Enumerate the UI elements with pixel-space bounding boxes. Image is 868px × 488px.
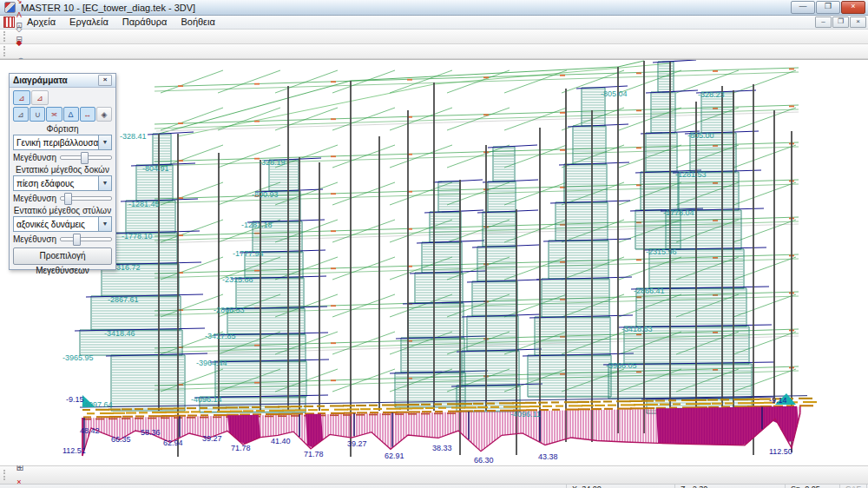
restore-button[interactable]: ❐ [816, 1, 840, 14]
diagram-value-label: 71.78 [304, 451, 324, 458]
diagram-value-label: 39.27 [202, 435, 222, 443]
diagram-value-label: 112.51 [62, 447, 86, 455]
palette-close-icon[interactable]: × [98, 75, 112, 86]
diagram-value-label: -1778.10 [122, 233, 153, 241]
magnify-slider-1[interactable] [60, 155, 112, 160]
menu-boetheia[interactable]: Βοήθεια [174, 16, 221, 29]
diagram-value-label: 112.50 [769, 448, 792, 456]
window-title: MASTER 10 - [EC_tower_diag.tek - 3DV] [21, 3, 195, 13]
status-snap-value: Sn=0.05 [786, 485, 840, 488]
menu-bar: Αρχεία Εργαλεία Παράθυρα Βοήθεια – ❐ × [0, 16, 868, 30]
status-caps-indicator: CAF [840, 485, 867, 488]
diagram-value-label: -328.23 [698, 91, 725, 99]
toolbar-grip[interactable] [3, 31, 9, 42]
toolbar-row-1: □▤▦C⊞▤▧▽/≡≡#/○∩Aα↔B≈KT⊡⊟⊠▨°M▼▽∑▦◫▤3D◪∠∟✂… [0, 30, 868, 44]
toolbar-row-2: ↖⊿□▣▤▦ΛΛΛΦ19⊥ΔΦ2↘Λ◇◆⌂⌂⌂⌂□◈▬▬▬▬▬←→↑↓▤ [0, 44, 868, 59]
magnify-label-2: Μεγέθυνση [13, 194, 56, 203]
diagram-value-label: -1777.94 [233, 250, 264, 258]
diagram-value-label: 41.40 [271, 438, 291, 445]
palette-diagram-row: ⊿∪≍Δ↔◈ [13, 107, 112, 122]
diagram-value-label: -3417.85 [205, 333, 236, 340]
doc-restore-button[interactable]: ❐ [832, 16, 849, 28]
diagram-value-label: -804.91 [142, 165, 169, 173]
drawing-canvas[interactable]: -328.41-804.91-1281.45-1778.10-2316.72-2… [0, 59, 868, 465]
column-diagram-toggle-button[interactable]: ⊿ [31, 90, 49, 105]
diagram-value-label: -2866.41 [634, 287, 665, 295]
beam-diagram-toggle-button[interactable]: ⊿ [13, 90, 30, 105]
status-z-coordinate: Z=-2.30 [675, 485, 786, 488]
status-x-coordinate: X=34.00 [567, 485, 675, 488]
load-case-select[interactable]: Γενική περιβάλλουσα ▼ [13, 135, 112, 150]
palette-toggle-row: ⊿⊿ [13, 90, 112, 105]
diagram-value-label: -9.15 [66, 396, 84, 404]
diagram-value-label: -3418.46 [104, 330, 135, 338]
diagram-value-label: -1281.53 [675, 171, 707, 179]
diagram-value-label: -1281.18 [241, 221, 273, 229]
diagram-value-label: -4097.64 [82, 401, 113, 409]
axial-diagram-button[interactable]: ≍ [46, 107, 62, 122]
diagram-value-label: -2315.96 [646, 248, 677, 256]
magnify-label-3: Μεγέθυνση [13, 234, 56, 244]
member-4-icon[interactable]: Λ [11, 8, 27, 22]
shear-diagram-button[interactable]: ∪ [30, 107, 45, 122]
toolbar-grip[interactable] [3, 470, 9, 480]
diagram-value-label: 66.30 [474, 457, 494, 465]
menu-parathyra[interactable]: Παράθυρα [115, 16, 174, 29]
diagram-value-label: -2315.66 [222, 276, 253, 284]
menu-ergaleia[interactable]: Εργαλεία [62, 16, 115, 29]
diagram-value-label: 62.91 [385, 452, 404, 460]
magnification-presets-button[interactable]: Προεπιλογή Μεγεθύνσεων [13, 247, 112, 265]
close-button[interactable]: × [841, 1, 865, 14]
diagram-value-label: -328.41 [120, 133, 147, 141]
magnify-slider-2[interactable] [60, 196, 112, 201]
magnify-label-1: Μεγέθυνση [13, 153, 56, 162]
slider-thumb[interactable] [81, 152, 89, 164]
diagram-value-label: -2866.53 [214, 307, 245, 314]
doc-minimize-button[interactable]: – [815, 16, 832, 28]
minimize-button[interactable]: — [791, 1, 815, 14]
spatial-diagram-button[interactable]: ◈ [96, 107, 112, 122]
toolbar-grip[interactable] [3, 46, 9, 56]
column-quantity-select[interactable]: αξονικές δυνάμεις ▼ [13, 216, 112, 232]
diagram-value-label: -805.04 [601, 90, 628, 98]
magnify-slider-3[interactable] [60, 237, 112, 241]
status-bar: X=34.00 Z=-2.30 Sn=0.05 CAF NUM [0, 484, 868, 488]
diagram-value-label: -328.19 [259, 159, 286, 167]
chevron-down-icon[interactable]: ▼ [98, 135, 111, 149]
extent-horizontal-button[interactable]: ↔ [80, 107, 95, 122]
chevron-down-icon[interactable]: ▼ [98, 217, 111, 231]
diagram-value-label: -3964.44 [196, 359, 227, 367]
beam-quantity-select[interactable]: πίεση εδάφους ▼ [13, 175, 112, 191]
diagram-value-label: -4096.14 [191, 396, 222, 404]
diagram-value-label: -4096.11 [510, 411, 541, 419]
slider-thumb[interactable] [64, 193, 72, 205]
diagram-value-label: 62.94 [163, 439, 183, 447]
solid-outline-icon[interactable]: ◇ [11, 22, 27, 36]
diagram-value-label: -9.14 [769, 397, 787, 405]
diagram-value-label: -1281.45 [128, 201, 160, 208]
diagram-value-label: 38.33 [432, 445, 452, 452]
diagram-value-label: 71.78 [231, 445, 251, 452]
application-window: MASTER 10 - [EC_tower_diag.tek - 3DV] — … [0, 0, 868, 488]
palette-title: Διαγράμματα [13, 76, 68, 85]
diagram-value-label: -805.00 [687, 132, 714, 140]
moment-diagram-button[interactable]: ⊿ [13, 107, 29, 122]
column-quantity-label: Εντατικό μέγεθος στύλων [13, 206, 112, 215]
diagram-value-label: -1778.04 [663, 209, 694, 217]
diagram-value-label: -3966.05 [606, 362, 637, 370]
solid-red-icon[interactable]: ◆ [11, 36, 27, 49]
diagram-value-label: 48.42 [80, 427, 100, 435]
diagram-value-label: 39.27 [347, 440, 367, 448]
diagram-value-label: -2867.61 [108, 296, 139, 304]
torsion-diagram-button[interactable]: Δ [63, 107, 79, 122]
slider-thumb[interactable] [73, 234, 81, 246]
diagram-value-label: -3965.95 [62, 354, 94, 362]
diagrams-palette: Διαγράμματα × ⊿⊿ ⊿∪≍Δ↔◈ Φόρτιση Γενική π… [9, 73, 116, 270]
doc-close-button[interactable]: × [850, 16, 866, 28]
load-case-label: Φόρτιση [13, 124, 112, 134]
force-arrows-icon[interactable]: ↘ [11, 0, 27, 8]
chevron-down-icon[interactable]: ▼ [98, 176, 111, 190]
palette-title-bar[interactable]: Διαγράμματα × [10, 74, 115, 88]
beam-quantity-label: Εντατικό μέγεθος δοκών [13, 165, 112, 175]
diagram-value-label: -3418.63 [621, 326, 653, 333]
